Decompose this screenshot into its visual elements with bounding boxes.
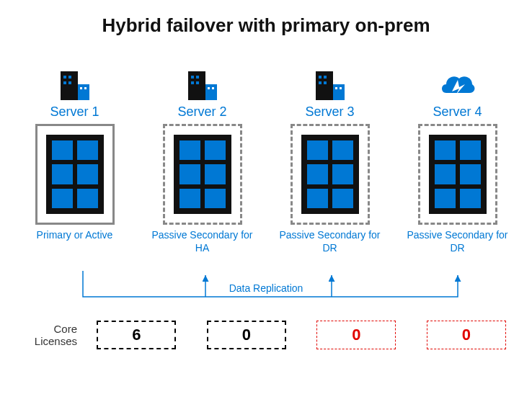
svg-rect-15: [212, 87, 214, 89]
licenses-label: Core Licenses: [21, 323, 77, 348]
server-column-1: Server 1 Primary or Active: [19, 66, 130, 268]
svg-rect-4: [68, 81, 71, 84]
svg-rect-1: [63, 76, 66, 79]
server-box-secondary: [163, 124, 242, 225]
svg-rect-14: [208, 87, 210, 89]
replication-label: Data Replication: [11, 282, 521, 294]
svg-rect-5: [78, 84, 89, 100]
server-column-4: Server 4 Passive Secondary for DR: [402, 66, 513, 268]
server-name: Server 2: [177, 104, 226, 120]
license-box: 0: [316, 321, 396, 349]
license-box: 0: [427, 321, 506, 349]
svg-rect-21: [333, 84, 345, 100]
svg-rect-12: [196, 81, 199, 84]
license-box: 6: [97, 321, 176, 349]
server-box-secondary: [418, 124, 497, 225]
svg-rect-18: [324, 76, 327, 79]
cloud-icon: [438, 66, 478, 100]
svg-rect-19: [319, 81, 322, 84]
server-name: Server 1: [50, 104, 99, 120]
svg-rect-20: [324, 81, 327, 84]
server-column-3: Server 3 Passive Secondary for DR: [274, 66, 386, 268]
svg-rect-9: [191, 76, 194, 79]
server-box-secondary: [291, 124, 370, 225]
svg-rect-23: [340, 87, 342, 89]
license-box: 0: [207, 321, 286, 349]
svg-rect-6: [80, 87, 82, 89]
svg-rect-17: [319, 76, 322, 79]
server-role: Passive Secondary for DR: [274, 229, 386, 268]
building-icon: [187, 66, 218, 100]
diagram-title: Hybrid failover with primary on-prem: [11, 14, 521, 37]
servers-row: Server 1 Primary or Active Server 2: [11, 66, 521, 268]
server-name: Server 3: [305, 104, 354, 120]
cpu-cores-icon: [174, 135, 231, 214]
license-label-line1: Core: [53, 323, 77, 335]
cpu-cores-icon: [429, 135, 487, 214]
license-label-line2: Licenses: [35, 335, 77, 347]
cpu-cores-icon: [46, 135, 104, 214]
svg-rect-10: [196, 76, 199, 79]
licenses-row: Core Licenses 6 0 0 0: [11, 321, 521, 349]
svg-rect-13: [205, 84, 217, 100]
server-box-primary: [35, 124, 115, 225]
building-icon: [59, 66, 91, 100]
server-name: Server 4: [433, 104, 482, 120]
building-icon: [314, 66, 346, 100]
server-role: Passive Secondary for DR: [402, 229, 513, 268]
server-column-2: Server 2 Passive Secondary for HA: [146, 66, 258, 268]
svg-rect-7: [84, 87, 87, 89]
svg-rect-2: [68, 76, 71, 79]
server-role: Primary or Active: [37, 229, 113, 268]
server-role: Passive Secondary for HA: [146, 229, 258, 268]
svg-rect-11: [191, 81, 194, 84]
cpu-cores-icon: [301, 135, 359, 214]
svg-rect-3: [63, 81, 66, 84]
svg-rect-22: [335, 87, 337, 89]
replication-flow: Data Replication: [11, 269, 521, 309]
